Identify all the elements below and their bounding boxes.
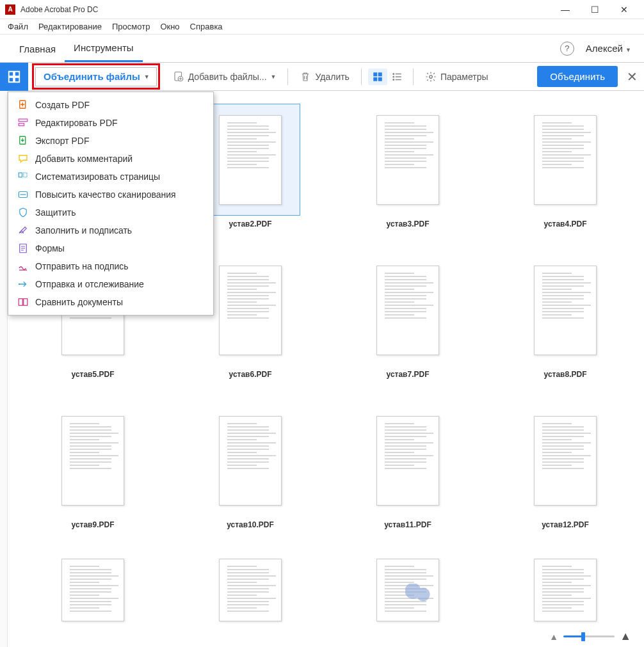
thumbnail-wrap [358,404,458,516]
file-item[interactable]: устав10.PDF [184,404,316,529]
dd-enhance-scans[interactable]: Повысить качество сканирования [8,186,213,204]
file-item[interactable]: устав7.PDF [342,254,474,379]
page-thumbnail [376,559,439,621]
dd-edit-pdf[interactable]: Редактировать PDF [8,114,213,132]
thumbnail-wrap [44,555,143,625]
svg-rect-17 [19,173,22,177]
send-track-icon [17,278,29,290]
svg-point-21 [19,284,20,285]
thumbnail-wrap [201,104,300,216]
delete-button[interactable]: Удалить [294,68,354,85]
maximize-button[interactable]: ☐ [580,0,609,19]
file-label: устав5.PDF [72,370,115,379]
svg-rect-22 [19,299,22,306]
dd-export-pdf[interactable]: Экспорт PDF [8,132,213,150]
create-pdf-icon [17,99,29,111]
edit-pdf-icon [17,117,29,129]
file-item[interactable]: устав8.PDF [499,254,631,379]
comment-icon [17,153,29,164]
gear-icon [425,71,437,83]
file-label: устав7.PDF [387,370,430,379]
file-item[interactable]: устав12.PDF [499,404,631,529]
dd-send-signature[interactable]: Отправить на подпись [8,257,213,275]
slider-thumb[interactable] [581,632,585,641]
page-thumbnail [376,416,439,506]
file-item[interactable]: устав9.PDF [27,404,159,529]
file-label: устав9.PDF [72,520,115,529]
combine-files-dropdown[interactable]: Объединить файлы▼ [35,67,157,86]
menu-window[interactable]: Окно [155,20,184,33]
help-icon[interactable]: ? [560,42,574,56]
thumbnail-wrap [358,254,458,366]
file-label: устав6.PDF [229,370,272,379]
dd-send-track[interactable]: Отправка и отслеживание [8,275,213,293]
thumbnail-wrap [201,555,300,625]
file-item[interactable] [27,555,159,629]
page-thumbnail [219,559,282,621]
svg-point-12 [430,75,433,78]
file-item[interactable]: устав11.PDF [342,404,474,529]
close-button[interactable]: ✕ [609,0,639,19]
svg-rect-18 [24,173,27,177]
thumbnail-wrap [358,555,458,625]
close-tool-button[interactable]: ✕ [618,69,638,84]
page-thumbnail [219,115,282,205]
svg-point-10 [392,79,394,81]
thumbnail-size-slider[interactable]: ▲ ▲ [549,630,631,643]
menu-file[interactable]: Файл [3,20,33,33]
thumbnail-wrap [516,555,615,625]
menu-help[interactable]: Справка [185,20,228,33]
export-pdf-icon [17,135,29,147]
options-button[interactable]: Параметры [420,68,494,85]
file-item[interactable]: устав4.PDF [499,104,631,228]
dd-compare[interactable]: Сравнить документы [8,293,213,311]
svg-rect-7 [396,73,401,74]
page-thumbnail [219,416,282,506]
file-label: устав2.PDF [229,220,272,228]
shield-icon [17,207,29,218]
menu-edit[interactable]: Редактирование [33,20,107,33]
svg-point-6 [392,73,394,75]
file-item[interactable] [342,555,474,629]
large-thumb-icon: ▲ [620,630,631,643]
page-thumbnail [534,115,597,205]
thumbnail-wrap [201,404,300,516]
send-signature-icon [17,260,29,272]
left-edge-strip [0,91,8,647]
dd-forms[interactable]: Формы [8,239,213,257]
main-area: Создать PDF Редактировать PDF Экспорт PD… [0,91,644,647]
add-file-icon [173,71,184,83]
tab-home[interactable]: Главная [10,36,65,61]
header-tabs: Главная Инструменты ? Алексей ▼ [0,35,644,63]
combine-button[interactable]: Объединить [537,66,618,87]
compare-icon [17,296,29,308]
file-item[interactable] [184,555,316,629]
slider-track[interactable] [563,635,615,637]
page-thumbnail [61,559,124,621]
dd-organize-pages[interactable]: Систематизировать страницы [8,168,213,186]
thumbnail-wrap [358,104,458,216]
dd-add-comment[interactable]: Добавить комментарий [8,150,213,168]
dd-protect[interactable]: Защитить [8,204,213,221]
add-files-button[interactable]: Добавить файлы... ▼ [168,68,282,85]
menu-view[interactable]: Просмотр [107,20,155,33]
grid-view-button[interactable] [368,68,387,85]
tab-tools[interactable]: Инструменты [65,35,143,62]
page-thumbnail [61,416,124,506]
dd-create-pdf[interactable]: Создать PDF [8,96,213,114]
page-thumbnail [376,115,439,205]
file-item[interactable]: устав3.PDF [342,104,474,228]
minimize-button[interactable]: — [551,0,580,19]
combine-tool-icon[interactable] [0,63,28,91]
user-menu[interactable]: Алексей ▼ [586,43,631,54]
titlebar: A Adobe Acrobat Pro DC — ☐ ✕ [0,0,644,19]
enhance-scans-icon [17,189,29,200]
svg-rect-15 [19,124,24,126]
thumbnail-wrap [516,104,615,216]
file-item[interactable] [499,555,631,629]
list-view-button[interactable] [387,68,407,85]
fill-sign-icon [17,225,29,236]
svg-rect-14 [19,119,28,122]
dd-fill-sign[interactable]: Заполнить и подписать [8,221,213,239]
page-thumbnail [376,266,439,355]
